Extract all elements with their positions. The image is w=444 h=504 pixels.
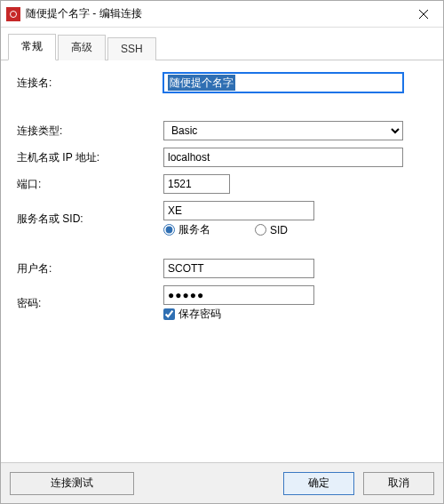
radio-service-name[interactable]: 服务名 bbox=[163, 222, 210, 237]
save-password-label: 保存密码 bbox=[178, 307, 221, 322]
close-button[interactable] bbox=[403, 1, 443, 28]
tab-advanced[interactable]: 高级 bbox=[58, 35, 106, 60]
ok-button[interactable]: 确定 bbox=[283, 472, 354, 495]
label-connection-type: 连接类型: bbox=[17, 124, 163, 139]
tab-general[interactable]: 常规 bbox=[8, 34, 56, 60]
service-sid-group: 服务名 SID bbox=[163, 201, 408, 237]
app-icon bbox=[6, 7, 20, 21]
close-icon bbox=[419, 10, 428, 19]
username-input[interactable] bbox=[163, 259, 314, 278]
password-value: ●●●●● bbox=[168, 289, 204, 301]
dialog-window: 随便提个名字 - 编辑连接 常规 高级 SSH 连接名: 随便提个名字 连接类型… bbox=[0, 0, 444, 504]
radio-service-name-input[interactable] bbox=[163, 224, 175, 236]
form-area: 连接名: 随便提个名字 连接类型: Basic 主机名或 IP 地址: 端口: … bbox=[1, 60, 443, 462]
tabs: 常规 高级 SSH bbox=[1, 28, 443, 60]
cancel-button[interactable]: 取消 bbox=[363, 472, 434, 495]
connection-name-value: 随便提个名字 bbox=[168, 75, 235, 91]
label-host: 主机名或 IP 地址: bbox=[17, 150, 163, 165]
footer: 连接测试 确定 取消 bbox=[1, 462, 443, 503]
window-title: 随便提个名字 - 编辑连接 bbox=[26, 6, 142, 21]
radio-sid[interactable]: SID bbox=[255, 224, 288, 236]
label-password: 密码: bbox=[17, 296, 163, 311]
port-input[interactable] bbox=[163, 174, 230, 194]
password-input[interactable]: ●●●●● bbox=[163, 285, 314, 305]
radio-service-name-label: 服务名 bbox=[178, 222, 210, 237]
connection-name-input[interactable]: 随便提个名字 bbox=[163, 73, 403, 92]
radio-sid-input[interactable] bbox=[255, 224, 266, 236]
label-port: 端口: bbox=[17, 177, 163, 192]
test-connection-button[interactable]: 连接测试 bbox=[10, 472, 134, 495]
label-service-or-sid: 服务名或 SID: bbox=[17, 212, 163, 227]
tab-ssh[interactable]: SSH bbox=[107, 37, 156, 60]
save-password-checkbox[interactable] bbox=[163, 308, 175, 320]
label-connection-name: 连接名: bbox=[17, 76, 163, 91]
label-username: 用户名: bbox=[17, 261, 163, 276]
password-group: ●●●●● 保存密码 bbox=[163, 285, 408, 322]
titlebar: 随便提个名字 - 编辑连接 bbox=[1, 1, 443, 28]
connection-type-select[interactable]: Basic bbox=[163, 121, 403, 140]
service-sid-input[interactable] bbox=[163, 201, 314, 220]
host-input[interactable] bbox=[163, 148, 403, 167]
radio-sid-label: SID bbox=[270, 224, 288, 236]
